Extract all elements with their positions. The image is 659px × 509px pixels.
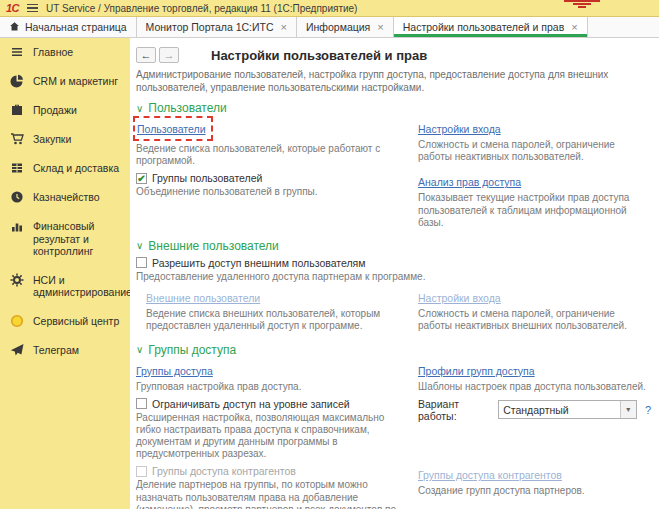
work-variant-block: Вариант работы: Стандартный ▾ ? [418, 398, 651, 461]
row-level-desc: Расширенная настройка, позволяющая макси… [136, 412, 408, 461]
highlight-box: Пользователи [133, 116, 213, 141]
access-analysis-link[interactable]: Анализ прав доступа [418, 176, 521, 188]
users-link-block: Пользователи Ведение списка пользователе… [136, 119, 408, 167]
tab-label: Информация [306, 21, 370, 33]
checkbox-label: Разрешить доступ внешним пользователям [152, 257, 366, 269]
external-login-settings-link[interactable]: Настройки входа [418, 292, 501, 304]
sidebar-item-main[interactable]: Главное [0, 38, 130, 67]
section-header-access-groups[interactable]: ∨ Группы доступа [136, 343, 651, 357]
access-groups-link[interactable]: Группы доступа [136, 365, 213, 377]
work-variant-value: Стандартный [499, 401, 620, 418]
sidebar-item-crm-marketing[interactable]: CRM и маркетинг [0, 67, 130, 96]
sidebar-item-label: Главное [33, 46, 73, 59]
paper-plane-icon [10, 343, 24, 357]
sidebar-item-label: Закупки [33, 133, 71, 146]
tab-close-icon[interactable]: × [377, 21, 383, 33]
allow-external-desc: Предоставление удаленного доступа партне… [136, 271, 651, 283]
chevron-down-icon: ∨ [136, 344, 143, 355]
sidebar-item-label: Телеграм [33, 344, 79, 357]
checkbox-label: Группы пользователей [152, 172, 262, 184]
external-users-desc: Ведение списка внешних пользователей, ко… [146, 308, 408, 332]
coin-clock-icon [10, 190, 24, 204]
tab-label: Монитор Портала 1С:ИТС [146, 21, 274, 33]
sidebar-item-label: Финансовый результат и контроллинг [33, 220, 124, 258]
external-login-settings-block: Настройки входа Сложность и смена пароле… [418, 288, 651, 332]
tab-label: Начальная страница [25, 21, 127, 33]
users-link-desc: Ведение списка пользователей, которые ра… [136, 143, 408, 167]
sidebar-item-financial-result[interactable]: Финансовый результат и контроллинг [0, 212, 130, 266]
main-menu-icon[interactable] [27, 4, 38, 13]
menu-lines-icon [10, 45, 24, 59]
sidebar-item-label: Сервисный центр [33, 315, 119, 328]
dropdown-arrow-icon[interactable]: ▾ [620, 401, 636, 418]
row-level-checkbox[interactable]: Ограничивать доступ на уровне записей [136, 398, 408, 410]
titlebar: 1С UT Service / Управление торговлей, ре… [0, 0, 659, 17]
gear-icon [10, 273, 24, 287]
section-header-users[interactable]: ∨ Пользователи [136, 101, 651, 115]
sidebar-item-sales[interactable]: Продажи [0, 96, 130, 125]
red-funnel-icon [563, 0, 601, 9]
counterparty-groups-block: Группы доступа контрагентов Деление парт… [136, 465, 408, 509]
app-window: 1С UT Service / Управление торговлей, ре… [0, 0, 659, 509]
counterparty-groups-link[interactable]: Группы доступа контрагентов [418, 469, 562, 481]
tab-its-monitor[interactable]: Монитор Портала 1С:ИТС × [137, 17, 297, 37]
login-settings-desc: Сложность и смена паролей, ограничение р… [418, 139, 651, 163]
page-description: Администрирование пользователей, настрой… [136, 69, 641, 94]
sidebar-item-label: НСИ и администрирование [33, 274, 130, 299]
users-link[interactable]: Пользователи [137, 123, 206, 135]
access-profiles-link[interactable]: Профили групп доступа [418, 365, 535, 377]
work-variant-label: Вариант работы: [418, 398, 493, 422]
settings-page: ← → Настройки пользователей и прав Админ… [130, 38, 659, 509]
sidebar-item-service-center[interactable]: Сервисный центр [0, 307, 130, 336]
allow-external-block: Разрешить доступ внешним пользователям П… [136, 257, 651, 283]
checkbox-unchecked-icon [136, 398, 147, 409]
section-title: Внешние пользователи [148, 239, 278, 253]
tab-close-icon[interactable]: × [571, 21, 577, 33]
cart-icon [10, 132, 24, 146]
sidebar: Главное CRM и маркетинг Продажи Закупки … [0, 38, 130, 509]
home-icon [9, 21, 20, 34]
back-button[interactable]: ← [136, 47, 156, 63]
counterparty-groups-checkbox[interactable]: Группы доступа контрагентов [136, 465, 408, 477]
logo-1c-icon: 1С [6, 2, 19, 14]
user-groups-checkbox[interactable]: ✔ Группы пользователей [136, 172, 408, 184]
access-profiles-desc: Шаблоны настроек прав доступа пользовате… [418, 381, 651, 393]
access-groups-desc: Групповая настройка прав доступа. [136, 381, 408, 393]
section-title: Группы доступа [148, 343, 236, 357]
sidebar-item-telegram[interactable]: Телеграм [0, 336, 130, 365]
service-center-icon [10, 314, 24, 328]
checkbox-checked-icon: ✔ [136, 173, 147, 184]
window-title: UT Service / Управление торговлей, редак… [46, 3, 357, 14]
checkbox-label: Ограничивать доступ на уровне записей [152, 398, 350, 410]
sidebar-item-treasury[interactable]: Казначейство [0, 183, 130, 212]
user-groups-desc: Объединение пользователей в группы. [136, 186, 408, 198]
bar-chart-icon [10, 219, 24, 233]
tab-user-rights-settings[interactable]: Настройки пользователей и прав × [394, 17, 588, 37]
checkbox-unchecked-icon [136, 257, 147, 268]
login-settings-link[interactable]: Настройки входа [418, 123, 501, 135]
section-header-external-users[interactable]: ∨ Внешние пользователи [136, 239, 651, 253]
tab-home[interactable]: Начальная страница [0, 17, 137, 37]
sidebar-item-nsi-administration[interactable]: НСИ и администрирование [0, 266, 130, 307]
access-profiles-block: Профили групп доступа Шаблоны настроек п… [418, 361, 651, 393]
row-level-block: Ограничивать доступ на уровне записей Ра… [136, 398, 408, 461]
section-users-body: Пользователи Ведение списка пользователе… [136, 119, 651, 234]
access-analysis-block: Анализ прав доступа Показывает текущие н… [418, 172, 651, 229]
section-external-body: Разрешить доступ внешним пользователям П… [136, 257, 651, 338]
sidebar-item-label: Склад и доставка [33, 162, 119, 175]
access-groups-link-block: Группы доступа Групповая настройка прав … [136, 361, 408, 393]
help-link[interactable]: ? [645, 404, 651, 416]
warehouse-grid-icon [10, 161, 24, 175]
counterparty-groups-link-block: Группы доступа контрагентов Создание гру… [418, 465, 651, 509]
login-settings-block: Настройки входа Сложность и смена пароле… [418, 119, 651, 167]
forward-button[interactable]: → [159, 47, 179, 63]
external-users-link[interactable]: Внешние пользователи [146, 292, 260, 304]
tab-information[interactable]: Информация × [297, 17, 394, 37]
section-title: Пользователи [148, 101, 226, 115]
work-variant-select[interactable]: Стандартный ▾ [498, 400, 637, 419]
tab-close-icon[interactable]: × [281, 21, 287, 33]
briefcase-icon [10, 103, 24, 117]
sidebar-item-purchases[interactable]: Закупки [0, 125, 130, 154]
allow-external-checkbox[interactable]: Разрешить доступ внешним пользователям [136, 257, 651, 269]
sidebar-item-warehouse-delivery[interactable]: Склад и доставка [0, 154, 130, 183]
